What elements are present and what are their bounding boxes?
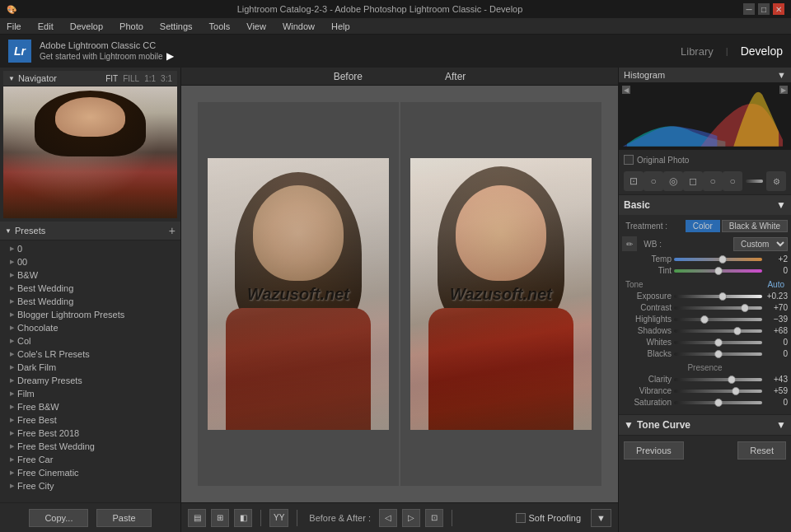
list-item[interactable]: ▶Col bbox=[0, 334, 180, 348]
ba-swap-button[interactable]: ⊡ bbox=[425, 509, 443, 527]
temp-slider-thumb[interactable] bbox=[718, 255, 727, 264]
menu-edit[interactable]: Edit bbox=[35, 20, 57, 33]
zoom-3-1[interactable]: 3:1 bbox=[161, 74, 172, 83]
list-item[interactable]: ▶Dark Film bbox=[0, 361, 180, 374]
clarity-slider-thumb[interactable] bbox=[728, 376, 736, 384]
list-item[interactable]: ▶Blogger Lightroom Presets bbox=[0, 308, 180, 321]
list-item[interactable]: ▶Dreamy Presets bbox=[0, 374, 180, 387]
blacks-slider-thumb[interactable] bbox=[714, 350, 723, 358]
clarity-slider-track[interactable] bbox=[674, 378, 762, 381]
vibrance-slider-thumb[interactable] bbox=[732, 387, 740, 395]
list-item[interactable]: ▶Chocolate bbox=[0, 321, 180, 334]
list-item[interactable]: ▶Free B&W bbox=[0, 400, 180, 413]
ba-right-button[interactable]: ▷ bbox=[402, 509, 420, 527]
before-photo-frame[interactable]: Wazusoft.net bbox=[208, 158, 389, 430]
saturation-slider-thumb[interactable] bbox=[714, 399, 723, 407]
tone-curve-header[interactable]: ▼ Tone Curve ▼ bbox=[619, 415, 791, 435]
temp-slider-track[interactable] bbox=[674, 258, 762, 261]
saturation-slider-track[interactable] bbox=[674, 401, 762, 404]
exposure-slider-track[interactable] bbox=[674, 295, 762, 298]
presets-header[interactable]: ▼ Presets + bbox=[0, 222, 180, 240]
exposure-slider-thumb[interactable] bbox=[718, 292, 727, 301]
maximize-button[interactable]: □ bbox=[758, 3, 770, 15]
menu-develop[interactable]: Develop bbox=[67, 20, 106, 33]
histogram-collapse-icon[interactable]: ▼ bbox=[777, 70, 786, 80]
list-item[interactable]: ▶Free City bbox=[0, 479, 180, 492]
menu-help[interactable]: Help bbox=[328, 20, 353, 33]
radial-filter-tool[interactable]: ○ bbox=[703, 171, 723, 191]
histogram-right-arrow[interactable]: ▶ bbox=[779, 86, 788, 94]
navigator-preview[interactable] bbox=[3, 86, 177, 218]
list-item[interactable]: ▶Film bbox=[0, 387, 180, 400]
mobile-arrow-icon[interactable]: ▶ bbox=[166, 50, 174, 62]
list-item[interactable]: ▶0 bbox=[0, 242, 180, 255]
yx-button[interactable]: YY bbox=[269, 509, 288, 527]
highlights-slider-thumb[interactable] bbox=[700, 315, 709, 324]
color-treatment-button[interactable]: Color bbox=[686, 220, 720, 232]
soft-proof-dropdown[interactable]: ▼ bbox=[591, 509, 611, 527]
list-item[interactable]: ▶Best Wedding bbox=[0, 295, 180, 308]
menu-window[interactable]: Window bbox=[279, 20, 318, 33]
menu-file[interactable]: File bbox=[3, 20, 25, 33]
menu-tools[interactable]: Tools bbox=[206, 20, 234, 33]
before-after-label: Before & After : bbox=[309, 513, 371, 523]
library-module-link[interactable]: Library bbox=[681, 45, 714, 58]
zoom-fit[interactable]: FIT bbox=[105, 74, 118, 83]
list-item[interactable]: ▶Free Best 2018 bbox=[0, 427, 180, 440]
spot-removal-tool[interactable]: ○ bbox=[644, 171, 663, 191]
graduated-filter-tool[interactable]: ◻ bbox=[683, 171, 703, 191]
shadows-slider-thumb[interactable] bbox=[733, 327, 742, 335]
wb-eyedropper-tool[interactable]: ✏ bbox=[622, 236, 637, 251]
survey-view-button[interactable]: ◧ bbox=[234, 509, 252, 527]
compare-view-button[interactable]: ⊞ bbox=[211, 509, 229, 527]
redeye-tool[interactable]: ◎ bbox=[663, 171, 683, 191]
crop-tool[interactable]: ⊡ bbox=[624, 171, 644, 191]
shadows-slider-track[interactable] bbox=[674, 329, 762, 333]
list-item[interactable]: ▶Free Cinematic bbox=[0, 466, 180, 479]
whites-slider-thumb[interactable] bbox=[714, 338, 723, 347]
contrast-slider-thumb[interactable] bbox=[741, 304, 749, 312]
reset-button[interactable]: Reset bbox=[737, 441, 786, 460]
list-item[interactable]: ▶B&W bbox=[0, 268, 180, 282]
after-photo-frame[interactable]: Wazusoft.net bbox=[410, 158, 592, 430]
zoom-1-1[interactable]: 1:1 bbox=[144, 74, 156, 83]
vibrance-slider-track[interactable] bbox=[674, 390, 762, 393]
soft-proof-dropdown-btn[interactable]: ▼ bbox=[591, 509, 611, 527]
add-preset-button[interactable]: + bbox=[169, 224, 176, 237]
copy-button[interactable]: Copy... bbox=[29, 509, 88, 527]
minimize-button[interactable]: ─ bbox=[743, 3, 755, 15]
develop-module-link[interactable]: Develop bbox=[741, 44, 783, 58]
menu-settings[interactable]: Settings bbox=[157, 20, 196, 33]
settings-icon[interactable]: ⚙ bbox=[766, 171, 786, 191]
tint-slider-thumb[interactable] bbox=[714, 267, 723, 275]
adjustment-brush-tool[interactable]: ○ bbox=[723, 171, 742, 191]
whites-slider-track[interactable] bbox=[674, 341, 762, 344]
menu-photo[interactable]: Photo bbox=[116, 20, 147, 33]
original-photo-checkbox[interactable] bbox=[624, 155, 634, 165]
list-item[interactable]: ▶Free Best bbox=[0, 413, 180, 427]
tint-slider-track[interactable] bbox=[674, 269, 762, 273]
menu-view[interactable]: View bbox=[243, 20, 269, 33]
tool-slider[interactable] bbox=[746, 180, 763, 183]
ba-left-button[interactable]: ◁ bbox=[379, 509, 397, 527]
zoom-fill[interactable]: FILL bbox=[123, 74, 139, 83]
list-item[interactable]: ▶Best Wedding bbox=[0, 282, 180, 295]
grid-view-button[interactable]: ▤ bbox=[188, 509, 206, 527]
soft-proof-checkbox[interactable] bbox=[516, 513, 526, 523]
highlights-slider-track[interactable] bbox=[674, 318, 762, 321]
wb-dropdown[interactable]: Custom As Shot Auto bbox=[733, 237, 788, 251]
histogram-left-arrow[interactable]: ◀ bbox=[622, 86, 630, 94]
blacks-slider-track[interactable] bbox=[674, 352, 762, 356]
navigator-header[interactable]: ▼ Navigator FIT FILL 1:1 3:1 bbox=[3, 71, 177, 86]
paste-button[interactable]: Paste bbox=[96, 509, 151, 527]
list-item[interactable]: ▶Free Car bbox=[0, 453, 180, 466]
previous-button[interactable]: Previous bbox=[624, 441, 684, 460]
list-item[interactable]: ▶Cole's LR Presets bbox=[0, 348, 180, 361]
bw-treatment-button[interactable]: Black & White bbox=[722, 220, 788, 232]
basic-section-header[interactable]: Basic ▼ bbox=[619, 195, 791, 215]
close-button[interactable]: ✕ bbox=[773, 3, 784, 15]
list-item[interactable]: ▶00 bbox=[0, 255, 180, 268]
list-item[interactable]: ▶Free Best Wedding bbox=[0, 440, 180, 453]
contrast-slider-track[interactable] bbox=[674, 306, 762, 310]
tone-auto-button[interactable]: Auto bbox=[767, 280, 784, 289]
